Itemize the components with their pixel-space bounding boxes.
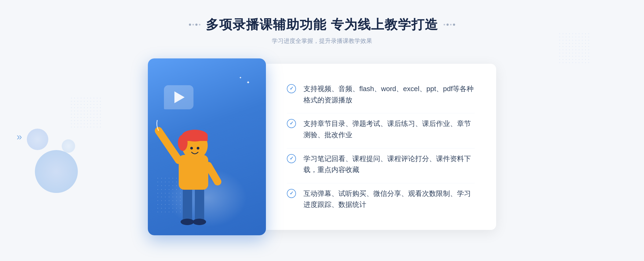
svg-point-3 [193,219,206,225]
title-deco-right [444,24,455,26]
main-content: ✦ ✦ [134,58,510,235]
feature-text-4: 互动弹幕、试听购买、微信分享、观看次数限制、学习进度跟踪、数据统计 [303,188,475,210]
svg-point-11 [190,147,193,150]
check-icon-4: ✓ [287,189,296,198]
main-title: 多项录播课辅助功能 专为线上教学打造 [206,16,438,33]
svg-line-6 [208,166,218,182]
feature-item-3: ✓ 学习笔记回看、课程提问、课程评论打分、课件资料下载，重点内容收藏 [287,148,475,180]
dots-pattern-right [558,32,590,64]
svg-rect-1 [195,187,204,222]
sparkle-icon-2: ✦ [239,76,242,80]
deco-circle-large [35,150,78,193]
feature-item-4: ✓ 互动弹幕、试听购买、微信分享、观看次数限制、学习进度跟踪、数据统计 [287,183,475,215]
illustration-card: ✦ ✦ [148,58,266,235]
page-header: 多项录播课辅助功能 专为线上教学打造 学习进度全掌握，提升录播课教学效果 [189,16,455,45]
page-wrapper: » 多项录播课辅助功能 专为线上教学打造 学习进度全掌握，提升录播课教学效果 [0,0,644,261]
character-illustration [153,96,234,235]
feature-text-3: 学习笔记回看、课程提问、课程评论打分、课件资料下载，重点内容收藏 [303,153,475,176]
info-panel: ✓ 支持视频、音频、flash、word、excel、ppt、pdf等各种格式的… [265,64,496,230]
sub-title: 学习进度全掌握，提升录播课教学效果 [272,37,372,45]
deco-circle-tiny [62,139,75,153]
feature-item-1: ✓ 支持视频、音频、flash、word、excel、ppt、pdf等各种格式的… [287,79,475,110]
svg-line-5 [159,131,179,160]
feature-text-2: 支持章节目录、弹题考试、课后练习、课后作业、章节测验、批改作业 [303,118,475,140]
svg-rect-0 [183,187,192,222]
check-icon-2: ✓ [287,119,296,128]
title-deco-left [189,24,200,26]
check-icon-3: ✓ [287,154,296,163]
chevron-left-icon: » [17,131,22,143]
feature-text-1: 支持视频、音频、flash、word、excel、ppt、pdf等各种格式的资源… [303,83,475,106]
svg-point-12 [197,147,199,150]
svg-point-10 [178,135,188,151]
svg-rect-4 [179,155,208,190]
check-icon-1: ✓ [287,84,296,93]
dots-pattern-left [70,96,102,129]
sparkle-icon-1: ✦ [246,80,250,85]
svg-point-2 [181,219,194,225]
feature-item-2: ✓ 支持章节目录、弹题考试、课后练习、课后作业、章节测验、批改作业 [287,113,475,145]
deco-circle-small [27,129,48,150]
